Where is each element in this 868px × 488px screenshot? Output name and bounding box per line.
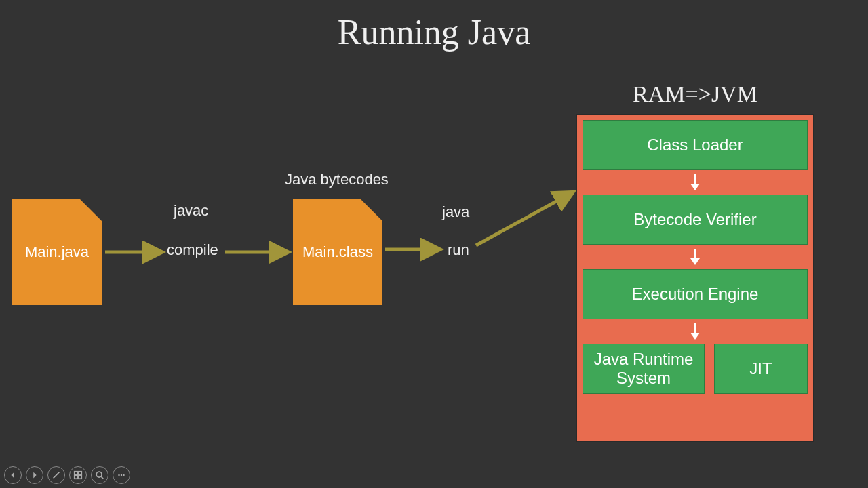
- slide-title: Running Java: [0, 12, 868, 52]
- svg-point-9: [118, 474, 119, 476]
- runtime-system-label: Java Runtime System: [589, 350, 698, 388]
- bytecode-verifier-box: Bytecode Verifier: [583, 195, 808, 245]
- bytecode-verifier-label: Bytecode Verifier: [633, 210, 756, 229]
- svg-rect-7: [79, 476, 81, 479]
- jvm-arrow-2: [583, 245, 808, 269]
- class-loader-box: Class Loader: [583, 120, 808, 170]
- pen-button[interactable]: [47, 466, 65, 484]
- bytecodes-label: Java bytecodes: [285, 171, 389, 188]
- svg-rect-4: [75, 472, 77, 474]
- execution-engine-box: Execution Engine: [583, 269, 808, 319]
- svg-rect-6: [75, 476, 77, 479]
- jvm-container: Class Loader Bytecode Verifier Execution…: [576, 114, 814, 442]
- jvm-arrow-3: [583, 319, 808, 344]
- jvm-arrow-1: [583, 170, 808, 195]
- svg-point-8: [96, 472, 102, 477]
- slides-overview-button[interactable]: [69, 466, 87, 484]
- execution-engine-label: Execution Engine: [632, 285, 759, 304]
- presentation-toolbar: [4, 466, 130, 484]
- source-file-label: Main.java: [25, 243, 89, 261]
- diagram-canvas: Running Java Main.java Main.class javac …: [0, 0, 868, 488]
- class-file-box: Main.class: [293, 199, 382, 305]
- more-options-button[interactable]: [113, 466, 130, 484]
- jit-box: JIT: [714, 344, 808, 394]
- svg-point-11: [123, 474, 124, 476]
- class-loader-label: Class Loader: [647, 136, 743, 155]
- run-label: run: [448, 241, 469, 259]
- java-cmd-label: java: [442, 203, 469, 221]
- javac-label: javac: [174, 202, 208, 220]
- runtime-system-box: Java Runtime System: [583, 344, 705, 394]
- next-slide-button[interactable]: [26, 466, 43, 484]
- svg-line-3: [476, 192, 572, 245]
- prev-slide-button[interactable]: [4, 466, 22, 484]
- class-file-label: Main.class: [302, 243, 373, 261]
- jit-label: JIT: [749, 359, 772, 378]
- zoom-button[interactable]: [91, 466, 108, 484]
- svg-rect-5: [79, 472, 81, 474]
- svg-point-10: [121, 474, 122, 476]
- jvm-header: RAM=>JVM: [576, 81, 814, 107]
- compile-label: compile: [167, 241, 218, 259]
- source-file-box: Main.java: [12, 199, 102, 305]
